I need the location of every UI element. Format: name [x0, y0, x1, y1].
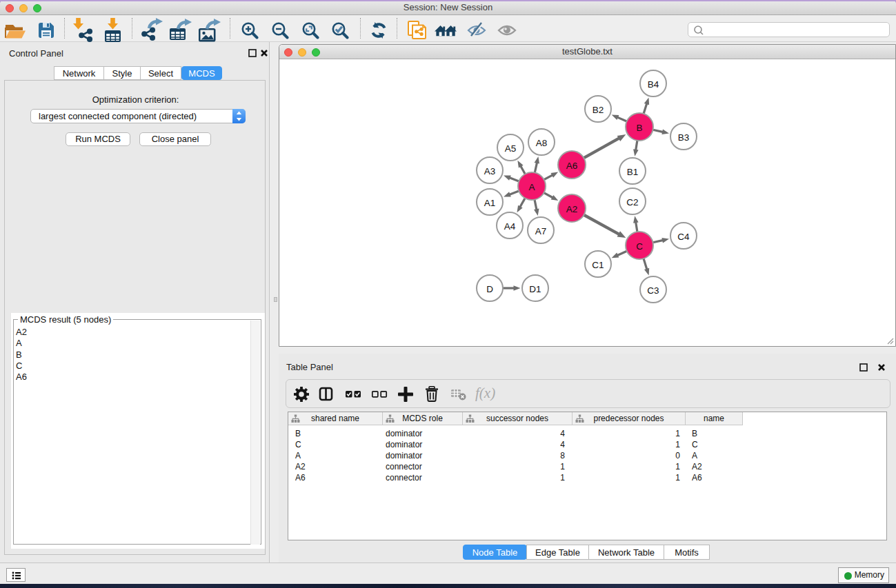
svg-text:B2: B2: [593, 105, 604, 115]
svg-text:A1: A1: [484, 198, 496, 208]
svg-text:A6: A6: [566, 161, 578, 171]
svg-text:D1: D1: [529, 284, 541, 294]
svg-text:f(x): f(x): [475, 386, 495, 401]
svg-text:C3: C3: [647, 285, 659, 296]
svg-text:C2: C2: [626, 197, 638, 207]
svg-text:A5: A5: [505, 143, 517, 154]
svg-text:B1: B1: [627, 167, 639, 177]
svg-text:A2: A2: [566, 204, 578, 214]
svg-text:A: A: [528, 182, 535, 192]
svg-text:D: D: [486, 284, 493, 294]
svg-text:B3: B3: [678, 132, 690, 143]
svg-text:A4: A4: [504, 221, 516, 232]
svg-text:A3: A3: [484, 166, 496, 176]
svg-text:C1: C1: [592, 260, 604, 270]
svg-text:B: B: [636, 123, 642, 133]
svg-text:C: C: [636, 241, 643, 252]
svg-text:A8: A8: [536, 138, 548, 148]
svg-text:B4: B4: [648, 79, 659, 90]
svg-text:C4: C4: [677, 232, 690, 242]
svg-text:A7: A7: [535, 226, 547, 236]
